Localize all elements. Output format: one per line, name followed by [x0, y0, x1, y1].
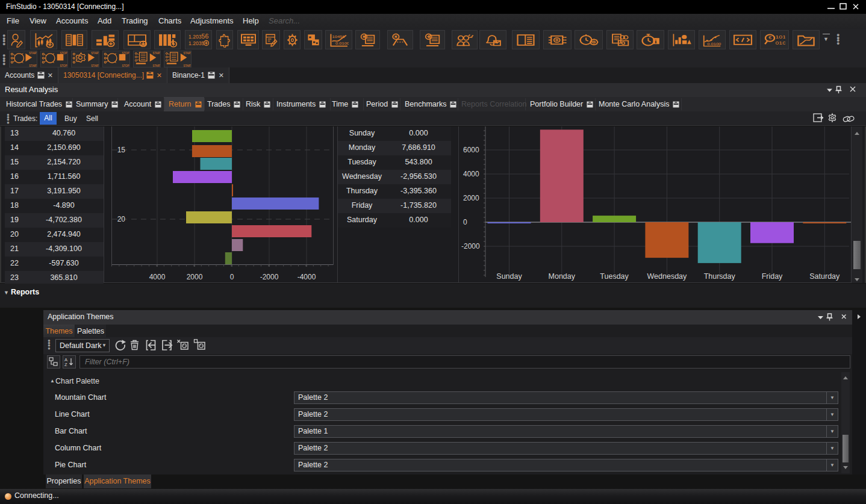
svg-text:4000: 4000 [463, 170, 479, 178]
svg-text:Saturday: Saturday [809, 272, 840, 281]
svg-text:4000: 4000 [149, 273, 166, 281]
svg-text:Tuesday: Tuesday [600, 272, 629, 281]
svg-text:START: START [29, 64, 37, 67]
svg-text:€: € [768, 36, 772, 40]
svg-text:-4000: -4000 [297, 273, 316, 281]
svg-text:STOP: STOP [122, 51, 129, 54]
svg-text:Z: Z [64, 362, 67, 367]
svg-text:START: START [91, 51, 99, 54]
svg-text:20: 20 [117, 215, 126, 223]
svg-text:START: START [184, 64, 191, 67]
svg-text:Monday: Monday [549, 272, 576, 281]
svg-text:2000: 2000 [187, 273, 203, 281]
svg-text:START: START [91, 64, 99, 67]
svg-text:15: 15 [117, 146, 126, 154]
svg-text:Sunday: Sunday [496, 272, 522, 281]
svg-text:STOP: STOP [60, 51, 67, 54]
svg-text:0.0100: 0.0100 [707, 42, 721, 46]
svg-text:2000: 2000 [463, 194, 479, 202]
svg-text:1.20356: 1.20356 [188, 32, 208, 39]
svg-text:1.2035: 1.2035 [188, 40, 205, 46]
svg-text:0.0100: 0.0100 [335, 42, 349, 45]
svg-text:0: 0 [463, 218, 467, 226]
svg-text:START: START [153, 51, 160, 54]
svg-text:Wednesday: Wednesday [647, 272, 688, 281]
svg-text:6000: 6000 [463, 146, 479, 154]
svg-text:START: START [184, 51, 191, 54]
svg-text:-2000: -2000 [260, 273, 279, 281]
svg-text:START: START [153, 64, 160, 67]
svg-text:STOP: STOP [60, 64, 67, 67]
svg-text:i: i [655, 38, 656, 44]
svg-text:Thursday: Thursday [704, 272, 736, 281]
svg-text:STOP: STOP [122, 64, 129, 67]
svg-text:-2000: -2000 [461, 242, 480, 250]
svg-text:010: 010 [776, 40, 786, 45]
svg-text:START: START [29, 51, 37, 54]
svg-text:0: 0 [230, 273, 234, 281]
svg-text:Friday: Friday [762, 272, 783, 281]
svg-text:101: 101 [776, 34, 786, 39]
